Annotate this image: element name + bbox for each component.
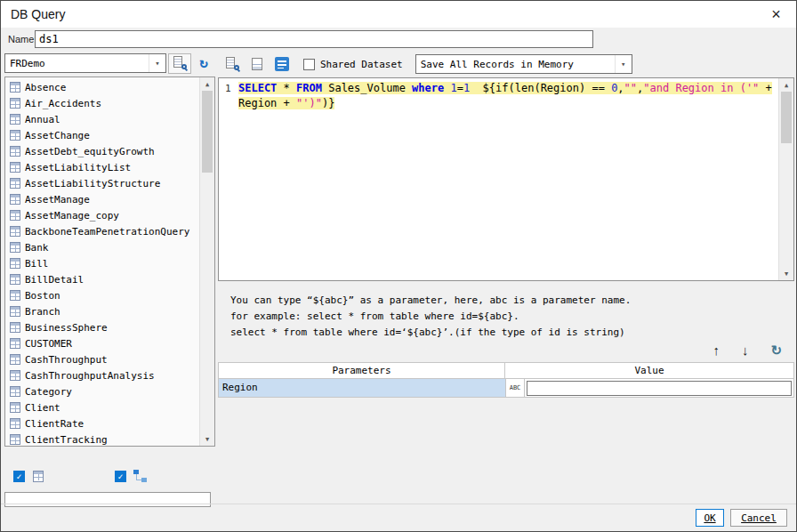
parameters-column-header: Parameters	[219, 363, 505, 378]
help-line: You can type “${abc}” as a parameter, he…	[230, 293, 785, 309]
table-icon	[10, 162, 20, 173]
show-views-checkbox[interactable]: ✓	[115, 471, 126, 482]
table-name: AssetChange	[25, 130, 90, 141]
table-list-item[interactable]: Client	[5, 399, 199, 415]
table-name: Client	[25, 402, 60, 414]
storage-mode-select[interactable]: Save All Records in Memory ▾	[415, 54, 632, 74]
scroll-down-icon[interactable]: ▼	[200, 432, 214, 446]
table-icon	[10, 322, 20, 333]
sql-line[interactable]: SELECT * FROM Sales_Volume where 1=1 ${i…	[237, 81, 778, 96]
dataset-name-input[interactable]	[35, 30, 593, 48]
sql-line[interactable]: Region + "')")}	[237, 96, 778, 111]
editor-scrollbar[interactable]: ▲ ▼	[778, 78, 793, 280]
table-list-item[interactable]: Absence	[5, 79, 199, 95]
table-icon	[10, 290, 20, 301]
table-icon	[10, 98, 20, 109]
table-icon	[10, 82, 20, 93]
scroll-up-icon[interactable]: ▲	[779, 78, 793, 92]
sql-gutter: 1	[219, 78, 237, 280]
table-list-item[interactable]: Branch	[5, 303, 199, 319]
scroll-thumb[interactable]	[781, 92, 792, 143]
move-down-button[interactable]: ↓	[737, 343, 754, 358]
table-list-item[interactable]: Boston	[5, 287, 199, 303]
table-list-item[interactable]: AssetLiabilityStructure	[5, 175, 199, 191]
table-name: AssetLiabilityStructure	[25, 178, 160, 189]
table-name: ClientTracking	[25, 434, 108, 446]
table-name: Boston	[25, 290, 60, 302]
table-list-item[interactable]: Air_Accidents	[5, 95, 199, 111]
chevron-down-icon[interactable]: ▾	[615, 55, 632, 73]
table-name: AssetManage_copy	[25, 210, 119, 222]
table-list-item[interactable]: BackboneTeamPenetrationQuery	[5, 223, 199, 239]
table-list-item[interactable]: AssetManage	[5, 191, 199, 207]
close-icon[interactable]: ×	[756, 1, 796, 28]
params-table: Parameters Value Region ABC	[218, 362, 794, 398]
table-search-icon	[173, 56, 187, 70]
table-icon	[10, 146, 20, 157]
table-icon	[10, 226, 20, 237]
ok-button[interactable]: OK	[696, 509, 724, 527]
table-list-item[interactable]: CashThroughput	[5, 351, 199, 367]
table-list-item[interactable]: CashThroughputAnalysis	[5, 367, 199, 383]
preview-button[interactable]	[221, 54, 243, 74]
chevron-down-icon[interactable]: ▾	[149, 54, 165, 72]
table-list-item[interactable]: CUSTOMER	[5, 335, 199, 351]
scroll-thumb[interactable]	[202, 91, 213, 173]
help-line: for example: select * from table where i…	[230, 309, 785, 325]
sql-code[interactable]: SELECT * FROM Sales_Volume where 1=1 ${i…	[237, 78, 778, 280]
table-name: CUSTOMER	[25, 338, 72, 350]
table-list-item[interactable]: BillDetail	[5, 271, 199, 287]
table-list-box: AbsenceAir_AccidentsAnnualAssetChangeAss…	[4, 77, 215, 447]
param-name-cell[interactable]: Region	[219, 379, 505, 397]
cancel-button[interactable]: Cancel	[730, 509, 787, 527]
table-list-item[interactable]: Annual	[5, 111, 199, 127]
table-list-item[interactable]: Category	[5, 383, 199, 399]
params-table-header: Parameters Value	[218, 362, 794, 379]
table-list-item[interactable]: AssetDebt_equityGrowth	[5, 143, 199, 159]
table-list-item[interactable]: ClientTracking	[5, 431, 199, 446]
refresh-icon: ↻	[199, 56, 208, 70]
export-button[interactable]	[246, 54, 268, 74]
table-name: AssetLiabilityList	[25, 162, 131, 173]
scroll-down-icon[interactable]: ▼	[779, 267, 793, 280]
table-list-item[interactable]: Bank	[5, 239, 199, 255]
table-filter-box[interactable]	[4, 492, 211, 507]
help-line: select * from table where id=‘${abc}’.(i…	[230, 325, 785, 341]
table-icon	[10, 338, 20, 349]
table-list: AbsenceAir_AccidentsAnnualAssetChangeAss…	[5, 77, 199, 446]
table-list-item[interactable]: ClientRate	[5, 415, 199, 431]
right-panel: Shared Dataset Save All Records in Memor…	[218, 52, 794, 508]
connection-select[interactable]: FRDemo ▾	[4, 53, 166, 73]
param-value-input[interactable]	[527, 381, 792, 396]
edit-sql-button[interactable]	[271, 54, 293, 74]
query-toolbar: Shared Dataset Save All Records in Memor…	[218, 52, 794, 76]
table-list-scrollbar[interactable]: ▲ ▼	[199, 77, 214, 446]
db-query-dialog: DB Query × Name: FRDemo ▾ ↻ AbsenceAir_A…	[0, 0, 797, 532]
name-label: Name:	[8, 34, 36, 44]
param-row: Region ABC	[218, 379, 794, 398]
table-list-item[interactable]: Bill	[5, 255, 199, 271]
line-number: 1	[219, 81, 237, 96]
refresh-tables-button[interactable]: ↻	[192, 53, 215, 74]
sql-editor[interactable]: 1 SELECT * FROM Sales_Volume where 1=1 $…	[218, 77, 794, 281]
table-name: BackboneTeamPenetrationQuery	[25, 226, 189, 238]
move-up-button[interactable]: ↑	[707, 343, 725, 358]
show-tables-checkbox[interactable]: ✓	[13, 471, 25, 482]
param-value-cell	[525, 379, 793, 397]
table-list-item[interactable]: AssetLiabilityList	[5, 159, 199, 175]
footer-separator	[1, 504, 796, 504]
table-list-item[interactable]: AssetChange	[5, 127, 199, 143]
shared-dataset-checkbox[interactable]	[303, 59, 315, 70]
line-number	[219, 96, 237, 111]
table-name: BusinessSphere	[25, 322, 108, 334]
export-icon	[252, 58, 262, 70]
table-list-item[interactable]: AssetManage_copy	[5, 207, 199, 223]
param-tools: ↑ ↓ ↻	[707, 339, 787, 360]
refresh-params-button[interactable]: ↻	[765, 343, 787, 358]
scroll-up-icon[interactable]: ▲	[200, 77, 214, 91]
param-type-icon[interactable]: ABC	[505, 379, 525, 397]
table-icon	[10, 114, 20, 125]
search-table-button[interactable]	[168, 53, 191, 74]
table-name: Bank	[25, 242, 49, 254]
table-list-item[interactable]: BusinessSphere	[5, 319, 199, 335]
